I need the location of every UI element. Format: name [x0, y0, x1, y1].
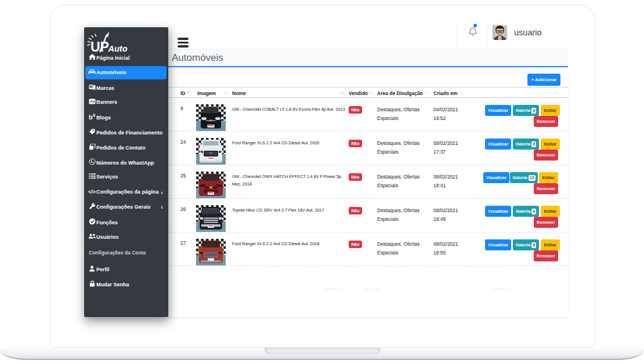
- svg-text:Ad: Ad: [90, 100, 95, 104]
- svg-text:b: b: [89, 114, 93, 120]
- svg-text:Auto: Auto: [108, 44, 128, 53]
- svg-text:M: M: [89, 85, 92, 89]
- svg-text:</>: </>: [88, 188, 96, 194]
